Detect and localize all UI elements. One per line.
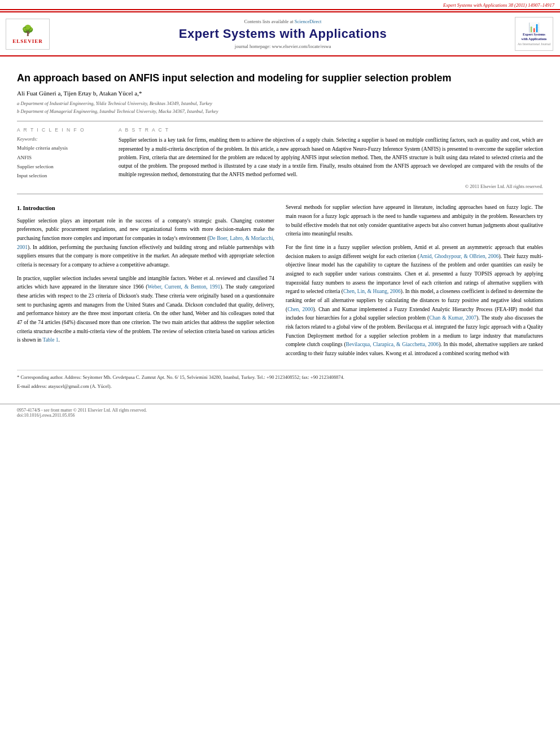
elsevier-label: ELSEVIER bbox=[12, 38, 43, 44]
keywords-label: Keywords: bbox=[17, 136, 107, 142]
issn-line: 0957-4174/$ - see front matter © 2011 El… bbox=[17, 408, 147, 413]
journal-chart-icon: 📊 bbox=[528, 22, 540, 33]
article-info-abstract-section: A R T I C L E I N F O Keywords: Multiple… bbox=[17, 127, 543, 189]
ref-bevilacqua[interactable]: Bevilacqua, Clarapica, & Giacchetta, 200… bbox=[346, 342, 439, 347]
section-1-title: 1. Introduction bbox=[17, 203, 274, 213]
bottom-bar: 0957-4174/$ - see front matter © 2011 El… bbox=[0, 404, 560, 421]
journal-logo-subtitle: An International Journal bbox=[518, 42, 551, 46]
doi-line: doi:10.1016/j.eswa.2011.05.056 bbox=[17, 413, 75, 418]
journal-title: Expert Systems with Applications bbox=[56, 27, 509, 41]
keyword-item: Input selection bbox=[17, 171, 107, 180]
footnote-email: E-mail address: atayucel@gmail.com (A. Y… bbox=[17, 383, 543, 391]
affiliations: a Department of Industrial Engineering, … bbox=[17, 100, 543, 115]
abstract-text: Supplier selection is a key task for fir… bbox=[119, 136, 543, 179]
journal-header: 🌳 ELSEVIER Contents lists available at S… bbox=[0, 11, 560, 56]
introduction-section: 1. Introduction Supplier selection plays… bbox=[17, 203, 543, 362]
article-info-column: A R T I C L E I N F O Keywords: Multiple… bbox=[17, 127, 107, 189]
keyword-item: Multiple criteria analysis bbox=[17, 143, 107, 152]
intro-right-para-1: Several methods for supplier selection h… bbox=[286, 203, 543, 239]
journal-reference-bar: Expert Systems with Applications 38 (201… bbox=[0, 0, 560, 9]
ref-chen-lin[interactable]: Chen, Lin, & Huang, 2006 bbox=[343, 289, 401, 294]
table-1-ref[interactable]: Table 1 bbox=[43, 337, 59, 343]
journal-logo-right: 📊 Expert Systemswith Applications An Int… bbox=[515, 17, 554, 51]
keyword-item: ANFIS bbox=[17, 153, 107, 162]
intro-right-col: Several methods for supplier selection h… bbox=[286, 203, 543, 362]
article-title: An approach based on ANFIS input selecti… bbox=[17, 71, 543, 85]
contents-available-line: Contents lists available at ScienceDirec… bbox=[56, 19, 509, 24]
intro-para-2: In practice, supplier selection includes… bbox=[17, 274, 274, 345]
elsevier-logo: 🌳 ELSEVIER bbox=[6, 19, 51, 50]
article-info-header: A R T I C L E I N F O bbox=[17, 127, 107, 133]
intro-right-para-2: For the first time in a fuzzy supplier s… bbox=[286, 243, 543, 359]
journal-title-section: Contents lists available at ScienceDirec… bbox=[56, 19, 509, 49]
keywords-list: Multiple criteria analysis ANFIS Supplie… bbox=[17, 143, 107, 180]
ref-weber[interactable]: Weber, Current, & Benton, 1991 bbox=[147, 284, 220, 290]
intro-left-col: 1. Introduction Supplier selection plays… bbox=[17, 203, 274, 362]
footnote-corresponding: * Corresponding author. Address: Seyitom… bbox=[17, 374, 543, 382]
top-red-divider bbox=[0, 9, 560, 10]
appeared-text: appeared bbox=[386, 204, 405, 210]
journal-logo-title: Expert Systemswith Applications bbox=[522, 33, 547, 41]
ref-amid[interactable]: Amid, Ghodsypour, & OBrien, 2006 bbox=[419, 254, 499, 259]
abstract-column: A B S T R A C T Supplier selection is a … bbox=[119, 127, 543, 189]
abstract-header: A B S T R A C T bbox=[119, 127, 543, 133]
ref-chen[interactable]: Chen, 2000 bbox=[287, 307, 313, 312]
section-divider-1 bbox=[17, 121, 543, 121]
authors-line: Ali Fuat Güneri a, Tijen Ertay b, Atakan… bbox=[17, 90, 543, 97]
ref-deboer[interactable]: De Boer, Labro, & Morlacchi, 2001 bbox=[17, 235, 274, 250]
section-divider-2 bbox=[17, 194, 543, 194]
introduction-two-col: 1. Introduction Supplier selection plays… bbox=[17, 203, 543, 362]
ref-chan[interactable]: Chan & Kumar, 2007 bbox=[429, 315, 476, 321]
intro-para-1: Supplier selection plays an important ro… bbox=[17, 217, 274, 270]
keyword-item: Supplier selection bbox=[17, 162, 107, 171]
footnote-section: * Corresponding author. Address: Seyitom… bbox=[17, 370, 543, 391]
main-content: An approach based on ANFIS input selecti… bbox=[0, 56, 560, 398]
elsevier-tree-icon: 🌳 bbox=[21, 24, 34, 37]
journal-homepage: journal homepage: www.elsevier.com/locat… bbox=[56, 43, 509, 49]
copyright-line: © 2011 Elsevier Ltd. All rights reserved… bbox=[119, 184, 543, 189]
sciencedirect-link[interactable]: ScienceDirect bbox=[295, 19, 322, 24]
